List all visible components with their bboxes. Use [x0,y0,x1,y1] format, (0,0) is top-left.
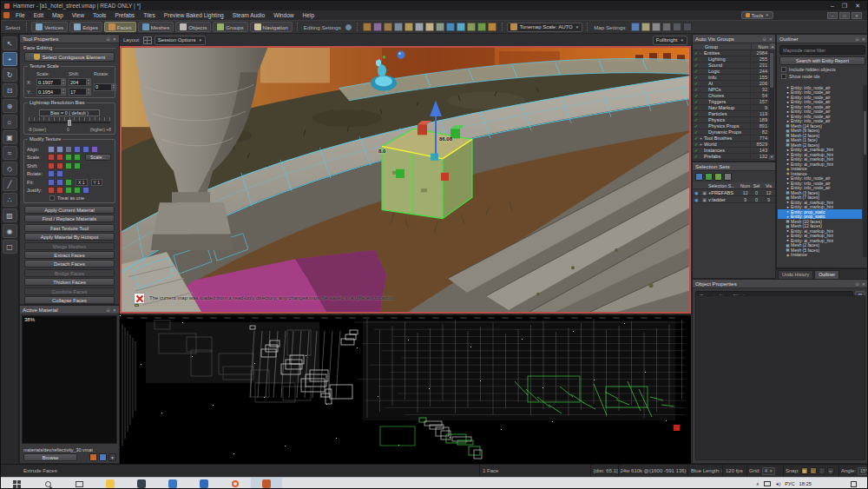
crosshair-icon[interactable] [683,23,692,31]
treat-as-one-checkbox[interactable] [49,195,55,201]
buildings-icon[interactable] [652,23,661,31]
terrain-icon[interactable] [467,23,476,31]
visgroup-checkbox[interactable]: ✓ [693,105,700,110]
thicken-faces-button[interactable]: Thicken Faces [24,278,115,286]
visgroup-row[interactable]: ✓Physics189 [693,117,769,123]
selection-set-row[interactable]: ◉▣v:ladder909 [693,196,775,203]
y-shift-input[interactable] [69,89,86,95]
snap-edge-toggle[interactable]: ╥ [827,467,834,474]
close-button[interactable]: ✕ [855,3,860,10]
mode-faces-button[interactable]: Faces [104,22,136,32]
player-start-icon[interactable] [436,23,444,31]
mode-objects-button[interactable]: Objects [175,22,211,32]
pin-icon[interactable]: ⊙ [856,281,859,287]
material-tool-icon[interactable]: ▨ [3,208,17,222]
detach-faces-button[interactable]: Detach Faces [24,260,115,268]
menu-file[interactable]: File [11,12,30,18]
fit-y-spinner[interactable]: Y 1 [91,179,102,186]
align-center-icon[interactable] [91,146,98,153]
visgroup-row[interactable]: ✓Dynamic Props82 [693,129,769,135]
3d-viewport[interactable]: 8.0 86.08 The current map was loaded fro… [120,46,691,314]
scale-x-plus-icon[interactable] [56,154,63,161]
polygon-tool-icon[interactable]: ◇ [3,162,17,175]
paint-icon[interactable] [363,23,372,31]
menu-tools[interactable]: Tools [89,12,110,18]
mode-navigation-button[interactable]: Navigation [250,22,293,32]
add-selection-set-icon[interactable] [705,173,713,181]
shift-down-icon[interactable] [74,162,81,169]
visgroup-row[interactable]: ✓+World8529 [693,142,769,148]
entity-report-button[interactable]: Search with Entity Report [779,56,865,65]
knife-icon[interactable] [415,23,424,31]
visgroup-checkbox[interactable]: ✓ [693,117,700,122]
mapnode-filter-input[interactable] [779,45,865,55]
mode-edges-button[interactable]: Edges [69,22,102,32]
clip-tool-icon[interactable]: ╱ [3,177,17,191]
material-options-icon[interactable]: ▼ [108,453,116,461]
y-shift-spinner[interactable]: ▲▼ [69,88,91,96]
x-scale-input[interactable] [37,79,61,85]
pin-icon[interactable]: ⊙ [763,36,766,42]
align-corner-icon[interactable] [65,146,72,153]
rotate-ccw-icon[interactable] [48,170,55,177]
session-options-dropdown[interactable]: Session Options ▼ [155,36,206,45]
visgroup-checkbox[interactable]: ✓ [693,63,700,68]
sprite-icon[interactable] [404,23,413,31]
block-icon[interactable] [384,23,392,31]
menu-preview-baked-lighting[interactable]: Preview Baked Lighting [160,12,228,18]
edit-material-icon[interactable] [89,453,97,461]
collapse-faces-button[interactable]: Collapse Faces [24,296,115,304]
rotate-cw-icon[interactable] [56,170,63,177]
visgroup-checkbox[interactable]: ✓ [693,50,700,56]
align-top-right-icon[interactable] [56,146,63,153]
tab-undo-history[interactable]: Undo History [778,270,813,279]
scale-x-minus-icon[interactable] [48,154,55,161]
maximize-button[interactable]: ❐ [842,3,847,10]
pin-icon[interactable]: ⊙ [107,36,110,42]
visgroup-row[interactable]: ✓+Tool Brushes774 [693,135,769,142]
selection-sets-column-1[interactable]: Num [740,183,751,188]
menu-edit[interactable]: Edit [30,12,48,18]
pin-icon[interactable]: ⊙ [856,36,859,42]
tab-outliner[interactable]: Outliner [814,270,839,279]
justify-left-icon[interactable] [48,187,55,194]
physics-tool-icon[interactable]: ◉ [3,224,17,238]
visgroup-checkbox[interactable]: ✓ [693,75,700,80]
2d-viewport[interactable] [120,315,691,464]
scale-dialog-button[interactable]: Scale... [85,154,111,161]
mdi-restore-button[interactable]: □ [839,12,850,19]
visibility-eye-icon[interactable]: ◉ [693,190,700,195]
mode-meshes-button[interactable]: Meshes [138,22,174,32]
x-shift-input[interactable] [69,79,86,85]
visgroup-row[interactable]: ✓Particles119 [693,111,769,117]
close-icon[interactable]: ✕ [113,307,116,313]
justify-right-icon[interactable] [56,187,63,194]
start-button[interactable] [1,478,32,489]
align-right-icon[interactable] [82,146,89,153]
2d-wireframe-scene[interactable] [120,315,691,464]
move-tool-icon[interactable]: + [3,52,17,66]
wireframe-icon[interactable] [673,23,681,31]
mdi-close-button[interactable]: ✕ [852,12,862,19]
visgroup-checkbox[interactable]: ✓ [693,111,700,116]
bias-slider[interactable] [29,117,110,126]
editing-settings-icon[interactable] [345,23,352,31]
align-top-left-icon[interactable] [48,146,55,153]
visgroup-checkbox[interactable]: ✓ [693,142,700,147]
visgroup-checkbox[interactable]: ✓ [693,56,700,62]
foliage-icon[interactable] [477,23,486,31]
num-column-header[interactable]: Num [751,44,770,50]
extract-faces-button[interactable]: Extract Faces [24,251,115,259]
skybox-icon[interactable] [641,23,650,31]
apply-material-by-hotspot-button[interactable]: Apply Material By Hotspot [24,233,115,241]
visgroups-scrollbar[interactable]: ▼ [769,51,774,160]
scale-y-plus-icon[interactable] [74,154,81,161]
visgroup-checkbox[interactable]: ✓ [693,93,700,98]
menu-tiles[interactable]: Tiles [139,12,160,18]
browse-material-button[interactable]: Browse [23,453,77,461]
group-column-header[interactable]: Group [693,44,751,50]
find-replace-materials-button[interactable]: Find / Replace Materials [24,215,115,222]
scroll-up-icon[interactable]: ▲ [770,43,775,50]
fit-y-icon[interactable] [65,179,72,186]
camera-tool-icon[interactable]: ▢ [3,240,17,254]
